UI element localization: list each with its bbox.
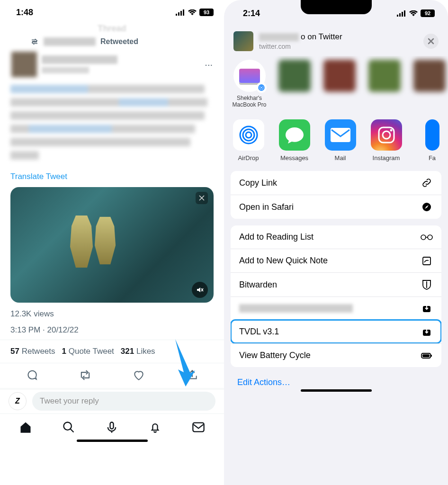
reply-button[interactable] <box>22 368 41 382</box>
svg-rect-0 <box>176 14 177 16</box>
retweeted-indicator: Retweeted <box>0 35 224 49</box>
bitwarden-icon <box>421 279 433 290</box>
retweets-stat[interactable]: 57 Retweets <box>10 347 55 356</box>
retweet-icon <box>79 370 92 380</box>
action-battery-cycle[interactable]: View Battery Cycle <box>231 343 441 367</box>
svg-point-4 <box>64 422 72 430</box>
app-messages[interactable]: Messages <box>278 119 310 162</box>
tweet-author-row[interactable]: ··· <box>0 49 224 80</box>
mute-button[interactable] <box>192 282 208 298</box>
reply-input[interactable]: Tweet your reply <box>32 392 215 411</box>
wifi-icon <box>409 10 418 17</box>
twitter-screen: 1:48 93 Thread Retweeted ··· Translate T… <box>0 0 224 485</box>
battery-icon <box>421 352 433 359</box>
svg-rect-24 <box>423 257 430 265</box>
share-apps-strip[interactable]: AirDrop Messages Mail Instagram Fa <box>224 115 448 171</box>
likes-stat[interactable]: 321 Likes <box>121 347 155 356</box>
nav-search[interactable] <box>59 420 78 435</box>
action-reading-list[interactable]: Add to Reading List <box>231 225 441 249</box>
app-instagram[interactable]: Instagram <box>370 119 402 162</box>
reply-icon <box>26 369 38 381</box>
svg-rect-29 <box>422 354 430 357</box>
avatar[interactable] <box>11 52 37 77</box>
airdrop-badge-icon <box>256 82 267 93</box>
action-copy-link[interactable]: Copy Link <box>231 171 441 195</box>
airdrop-contacts-strip[interactable]: Shekhar's MacBook Pro <box>224 56 448 115</box>
airdrop-contact-redacted[interactable] <box>321 60 358 108</box>
edit-actions-link[interactable]: Edit Actions… <box>224 374 448 387</box>
redacted-action <box>239 304 353 313</box>
share-sheet-header: o on Twitter twitter.com <box>224 22 448 56</box>
action-tvdl[interactable]: TVDL v3.1 <box>231 320 441 343</box>
wifi-icon <box>188 9 197 16</box>
tweet-video[interactable] <box>10 187 214 303</box>
status-time: 2:14 <box>243 9 260 18</box>
translate-tweet-link[interactable]: Translate Tweet <box>0 166 224 185</box>
bottom-navigation <box>0 413 224 437</box>
page-title: Thread <box>0 22 224 35</box>
download-box-icon <box>421 327 433 337</box>
nav-notifications[interactable] <box>146 420 165 435</box>
svg-rect-5 <box>110 422 114 429</box>
home-indicator[interactable] <box>77 440 148 442</box>
bell-icon <box>149 421 161 434</box>
svg-rect-17 <box>331 128 350 142</box>
heart-icon <box>133 369 145 381</box>
download-box-icon <box>421 304 433 313</box>
svg-rect-9 <box>402 12 403 17</box>
app-mail[interactable]: Mail <box>324 119 356 162</box>
svg-point-11 <box>260 87 262 89</box>
current-user-avatar[interactable]: Z <box>9 392 27 410</box>
airdrop-contact-redacted[interactable] <box>411 60 448 108</box>
svg-point-15 <box>243 129 254 141</box>
status-icons: 92 <box>397 9 435 17</box>
action-quick-note[interactable]: Add to New Quick Note <box>231 249 441 272</box>
actions-card-1: Copy Link Open in Safari <box>231 171 441 219</box>
svg-point-14 <box>246 132 251 138</box>
action-bitwarden[interactable]: Bitwarden <box>231 272 441 296</box>
home-indicator[interactable] <box>301 389 372 392</box>
nav-spaces[interactable] <box>102 420 121 435</box>
nav-messages[interactable] <box>189 420 208 435</box>
svg-rect-3 <box>183 9 184 16</box>
retweeted-label: Retweeted <box>100 37 138 46</box>
share-thumbnail <box>233 31 253 51</box>
quick-note-icon <box>421 256 433 266</box>
svg-point-23 <box>428 235 432 240</box>
quote-tweets-stat[interactable]: 1 Quote Tweet <box>62 347 114 356</box>
tweet-timestamp[interactable]: 3:13 PM · 20/12/22 <box>0 323 224 340</box>
mail-icon <box>330 127 351 143</box>
envelope-icon <box>192 422 205 433</box>
svg-point-12 <box>260 86 263 90</box>
airdrop-target-macbook[interactable]: Shekhar's MacBook Pro <box>231 60 268 108</box>
notch <box>301 0 372 14</box>
cellular-icon <box>176 9 185 16</box>
macbook-icon <box>239 69 260 83</box>
more-menu-button[interactable]: ··· <box>205 59 217 70</box>
app-airdrop[interactable]: AirDrop <box>233 119 264 162</box>
like-button[interactable] <box>129 368 148 382</box>
airdrop-contact-redacted[interactable] <box>366 60 403 108</box>
author-name-col <box>42 55 117 73</box>
action-open-safari[interactable]: Open in Safari <box>231 195 441 219</box>
annotation-arrow-share <box>170 339 195 386</box>
close-button[interactable] <box>423 34 439 49</box>
svg-rect-10 <box>404 10 405 17</box>
cellular-icon <box>397 10 406 17</box>
video-badge-icon <box>196 192 208 204</box>
action-redacted[interactable] <box>231 296 441 320</box>
retweet-button[interactable] <box>76 368 95 382</box>
app-facebook-partial[interactable]: Fa <box>416 119 448 162</box>
tweet-text-redacted <box>0 80 224 166</box>
close-icon <box>428 38 434 45</box>
nav-home[interactable] <box>16 420 35 435</box>
svg-rect-1 <box>178 12 179 16</box>
svg-rect-8 <box>399 13 401 17</box>
redacted-title-part <box>259 33 299 41</box>
status-time: 1:48 <box>16 8 33 18</box>
share-title: o on Twitter <box>259 32 418 42</box>
speaker-muted-icon <box>196 286 204 294</box>
status-icons: 93 <box>176 9 214 16</box>
share-sheet-screen: 2:14 92 o on Twitter twitter.com <box>224 0 448 485</box>
airdrop-contact-redacted[interactable] <box>276 60 313 108</box>
